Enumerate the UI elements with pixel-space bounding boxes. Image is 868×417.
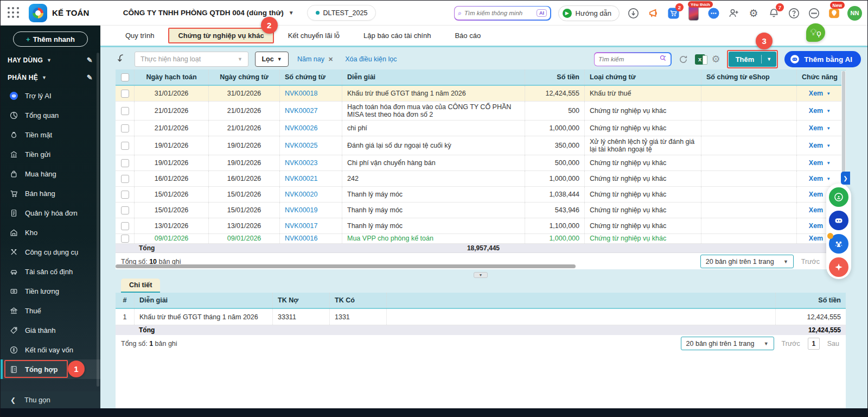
row-checkbox[interactable]	[121, 235, 129, 243]
row-checkbox[interactable]	[121, 159, 129, 167]
sidebar-item-tiền-mặt[interactable]: Tiền mặt	[1, 125, 100, 144]
tips-lightbulb-icon[interactable]: 💡︎ϙ	[806, 23, 825, 42]
ai-assistant-icon[interactable]	[829, 211, 848, 230]
megaphone-icon[interactable]	[647, 7, 660, 20]
quick-add-button[interactable]: + Thêm nhanh	[13, 31, 88, 47]
sidebar-item-công-cụ-dụng-cụ[interactable]: Công cụ dụng cụ	[1, 242, 100, 262]
table-row[interactable]: 31/01/202631/01/2026NVK00018Khấu trừ thu…	[116, 86, 846, 102]
batch-action-dropdown[interactable]: Thực hiện hàng loạt ▼	[135, 52, 248, 67]
clear-filter-link[interactable]: Xóa điều kiện lọc	[345, 55, 397, 63]
detail-current-page[interactable]: 1	[808, 338, 820, 350]
detail-tab[interactable]: Chi tiết	[121, 279, 160, 293]
col-eshop-no[interactable]: Số chứng từ eShop	[701, 70, 796, 85]
filter-chip-period[interactable]: Năm nay ✕	[297, 55, 333, 63]
table-row[interactable]: 15/01/202615/01/2026NVK00020Thanh lý máy…	[116, 187, 846, 203]
sidebar-item-thuế[interactable]: Thuế	[1, 301, 100, 320]
col-actions[interactable]: Chức năng	[796, 70, 843, 85]
community-icon[interactable]	[829, 234, 848, 254]
whats-new-icon[interactable]: New	[827, 7, 840, 20]
splitter-toggle[interactable]: ▼	[474, 272, 488, 278]
tab-kết-chuyển-lãi-lỗ[interactable]: Kết chuyển lãi lỗ	[278, 28, 349, 43]
export-icon[interactable]	[116, 53, 126, 66]
company-selector[interactable]: CÔNG TY TNHH PHÒNG QTDH 004 (dùng thử) ▼	[123, 9, 294, 17]
guide-button[interactable]: ▶ Hướng dẫn	[558, 5, 620, 21]
sidebar-item-kho[interactable]: Kho	[1, 223, 100, 242]
table-search-input[interactable]	[598, 56, 659, 62]
doc-number-link[interactable]: NVK00027	[285, 107, 317, 115]
avatar[interactable]: NN	[847, 6, 862, 21]
app-grid-icon[interactable]	[8, 7, 20, 19]
table-row[interactable]: 13/01/202613/01/2026NVK00017Thanh lý máy…	[116, 218, 846, 234]
tab-quy-trình[interactable]: Quy trình	[116, 28, 164, 43]
doc-number-link[interactable]: NVK00016	[285, 235, 317, 242]
favorite-app-icon[interactable]: Yêu thích	[687, 7, 700, 20]
table-row[interactable]: 15/01/202615/01/2026NVK00019Thanh lý máy…	[116, 203, 846, 218]
tab-báo-cáo[interactable]: Báo cáo	[445, 28, 490, 43]
sidebar-item-mua-hàng[interactable]: Mua hàng	[1, 164, 100, 184]
table-row[interactable]: 21/01/202621/01/2026NVK00026chi phí1,000…	[116, 121, 846, 136]
view-action-link[interactable]: Xem▼	[809, 107, 831, 115]
database-tab[interactable]: DLTEST_2025	[307, 5, 376, 21]
store-cart-icon[interactable]: 2	[667, 7, 680, 20]
sidebar-item-tổng-hợp[interactable]: Tổng hợp1	[1, 359, 100, 379]
col-doc-date[interactable]: Ngày chứng từ	[208, 70, 279, 85]
col-description[interactable]: Diễn giải	[342, 70, 525, 85]
download-icon[interactable]	[627, 7, 640, 20]
view-action-link[interactable]: Xem▼	[809, 124, 831, 132]
table-row[interactable]: 16/01/202616/01/2026NVK000212421,000,000…	[116, 171, 846, 187]
sidebar-item-bán-hàng[interactable]: Bán hàng	[1, 184, 100, 203]
gear-icon[interactable]: ⚙	[747, 7, 760, 20]
detail-prev-page[interactable]: Trước	[782, 340, 800, 348]
row-checkbox[interactable]	[121, 90, 129, 98]
view-action-link[interactable]: Xem▼	[809, 159, 831, 167]
doc-number-link[interactable]: NVK00018	[285, 90, 317, 97]
view-action-link[interactable]: Xem▼	[809, 175, 831, 182]
add-with-ai-button[interactable]: Thêm bằng AI	[784, 51, 861, 67]
row-checkbox[interactable]	[121, 142, 129, 150]
row-checkbox[interactable]	[121, 222, 129, 230]
doc-number-link[interactable]: NVK00019	[285, 206, 317, 214]
doc-number-link[interactable]: NVK00023	[285, 159, 317, 167]
doc-number-link[interactable]: NVK00026	[285, 124, 317, 132]
view-action-link[interactable]: Xem▼	[809, 90, 831, 97]
col-posting-date[interactable]: Ngày hạch toán	[134, 70, 208, 85]
view-action-link[interactable]: Xem▼	[809, 142, 831, 149]
sidebar-item-giá-thành[interactable]: Giá thành	[1, 320, 100, 340]
sidebar-item-trợ-lý-ai[interactable]: Trợ lý AI	[1, 86, 100, 105]
close-icon[interactable]: ✕	[328, 56, 333, 63]
bell-icon[interactable]: 7	[767, 7, 780, 20]
ai-sparkle-icon[interactable]	[829, 257, 848, 277]
more-icon[interactable]	[807, 7, 820, 20]
col-doc-type[interactable]: Loại chứng từ	[584, 70, 701, 85]
edit-icon[interactable]: ✎	[87, 56, 93, 64]
sidebar-item-tổng-quan[interactable]: Tổng quan	[1, 105, 100, 125]
sidebar-item-tiền-gửi[interactable]: Tiền gửi	[1, 144, 100, 164]
row-checkbox[interactable]	[121, 124, 129, 132]
ai-search-icon[interactable]	[659, 54, 667, 64]
smart-search-input[interactable]	[464, 10, 537, 16]
col-doc-no[interactable]: Số chứng từ	[279, 70, 342, 85]
refresh-icon[interactable]	[678, 54, 688, 65]
support-chat-icon[interactable]	[829, 187, 848, 207]
sidebar-item-tài-sản-cố-định[interactable]: Tài sản cố định	[1, 262, 100, 281]
sidebar-item-tiền-lương[interactable]: Tiền lương	[1, 281, 100, 301]
doc-number-link[interactable]: NVK00020	[285, 191, 317, 198]
table-row[interactable]: 19/01/202619/01/2026NVK00023Chi phí vận …	[116, 155, 846, 171]
add-user-icon[interactable]	[727, 7, 740, 20]
chat-icon[interactable]	[707, 7, 720, 20]
sidebar-item-kết-nối-vay-vốn[interactable]: Kết nối vay vốn	[1, 340, 100, 359]
row-checkbox[interactable]	[121, 175, 129, 183]
detail-per-page-dropdown[interactable]: 20 bản ghi trên 1 trang ▼	[681, 337, 774, 350]
doc-number-link[interactable]: NVK00017	[285, 222, 317, 230]
filter-button[interactable]: Lọc ▼	[255, 52, 289, 67]
collapse-sidebar-button[interactable]: ❮ Thu gọn	[1, 391, 100, 408]
excel-export-icon[interactable]: x	[695, 54, 705, 65]
doc-number-link[interactable]: NVK00021	[285, 175, 317, 182]
section-modules[interactable]: PHÂN HỆ ▼ ✎	[1, 73, 100, 81]
row-checkbox[interactable]	[121, 206, 129, 214]
doc-number-link[interactable]: NVK00025	[285, 142, 317, 149]
expand-widgets-arrow[interactable]: ❯	[841, 172, 850, 185]
add-button[interactable]: Thêm ▼	[729, 52, 777, 67]
horizontal-scrollbar[interactable]	[116, 264, 846, 268]
edit-icon[interactable]: ✎	[87, 73, 93, 81]
